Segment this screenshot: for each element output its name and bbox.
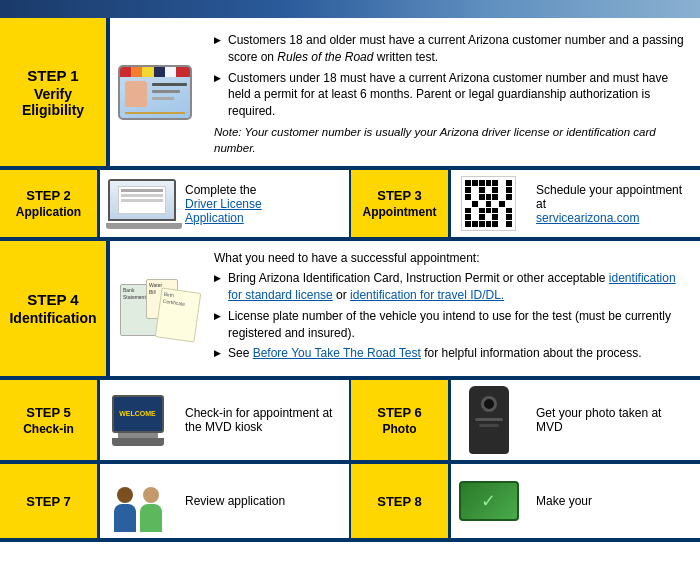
kiosk-welcome-text: WELCOME <box>119 410 156 417</box>
step8-content: Make your <box>526 464 700 538</box>
qr-c <box>486 194 492 200</box>
step1-content: Customers 18 and older must have a curre… <box>200 18 700 166</box>
step5-icon: WELCOME <box>100 380 175 460</box>
step5-label: STEP 5 Check-in <box>0 380 100 460</box>
qr-c <box>465 187 471 193</box>
qr-c <box>479 180 485 186</box>
step4-link3[interactable]: Before You Take The Road Test <box>253 346 421 360</box>
laptop-base <box>106 223 182 229</box>
qr-c <box>486 201 492 207</box>
step4-label: STEP 4 Identification <box>0 241 110 376</box>
qr-c <box>472 208 478 214</box>
qr-c <box>506 180 512 186</box>
qr-c <box>499 221 505 227</box>
qr-c <box>492 180 498 186</box>
qr-c <box>499 194 505 200</box>
id-bottom <box>125 112 185 114</box>
doc3: BirthCertificate <box>155 288 202 343</box>
step3-title: Appointment <box>363 205 437 219</box>
step4-icon-area: BankStatement WaterBill BirthCertificate <box>110 241 200 376</box>
doc3-text: BirthCertificate <box>160 289 200 312</box>
qr-code-icon <box>461 176 516 231</box>
qr-c <box>472 214 478 220</box>
kiosk-icon: WELCOME <box>112 395 164 446</box>
step1-note: Note: Your customer number is usually yo… <box>214 124 686 156</box>
step2-number: STEP 2 <box>26 188 71 203</box>
top-strip <box>0 0 700 18</box>
step6-col: STEP 6 Photo Get your photo taken at MVD <box>351 380 700 460</box>
laptop-line3 <box>121 199 163 202</box>
card-checkmark: ✓ <box>481 490 496 512</box>
id-line2 <box>152 90 180 93</box>
qr-c <box>479 208 485 214</box>
step2-link[interactable]: Driver LicenseApplication <box>185 197 339 225</box>
person1-body <box>114 504 136 532</box>
step1-row: STEP 1 VerifyEligibility Customers 18 an… <box>0 18 700 170</box>
qr-c <box>492 194 498 200</box>
step4-number: STEP 4 <box>27 291 78 308</box>
qr-c <box>499 180 505 186</box>
step3-col: STEP 3 Appointment Sc <box>351 170 700 237</box>
camera-icon <box>469 386 509 454</box>
qr-c <box>479 194 485 200</box>
step3-desc: Schedule your appointment at <box>536 183 690 211</box>
step2-col: STEP 2 Application Complete <box>0 170 351 237</box>
step4-bullet1: Bring Arizona Identification Card, Instr… <box>214 270 686 304</box>
step7-col: STEP 7 Review application <box>0 464 351 538</box>
qr-c <box>506 201 512 207</box>
laptop-line1 <box>121 189 163 192</box>
step6-title: Photo <box>383 422 417 436</box>
qr-c <box>465 208 471 214</box>
step5-number: STEP 5 <box>26 405 71 420</box>
qr-c <box>506 214 512 220</box>
step8-label: STEP 8 <box>351 464 451 538</box>
qr-c <box>465 180 471 186</box>
qr-c <box>472 201 478 207</box>
qr-c <box>499 187 505 193</box>
laptop-icon <box>106 179 169 229</box>
id-line1 <box>152 83 187 86</box>
step1-b1-italic: Rules of the Road <box>277 50 373 64</box>
kiosk-base <box>112 438 164 446</box>
qr-c <box>465 221 471 227</box>
qr-c <box>492 214 498 220</box>
step3-link[interactable]: servicearizona.com <box>536 211 690 225</box>
step4-b3-pre: See <box>228 346 253 360</box>
id-photo <box>125 81 147 107</box>
qr-c <box>492 208 498 214</box>
step4-link2[interactable]: identification for travel ID/DL. <box>350 288 504 302</box>
step5-step6-row: STEP 5 Check-in WELCOME Check-in for app… <box>0 380 700 464</box>
camera-detail2 <box>479 424 499 427</box>
camera-detail1 <box>475 418 503 421</box>
docs-icon: BankStatement WaterBill BirthCertificate <box>118 276 192 341</box>
camera-lens <box>481 396 497 412</box>
step8-number: STEP 8 <box>377 494 422 509</box>
laptop-screen-content <box>118 186 166 214</box>
person1 <box>114 487 136 532</box>
laptop-screen-bg <box>110 181 174 219</box>
qr-c <box>499 208 505 214</box>
step6-content: Get your photo taken at MVD <box>526 380 700 460</box>
step1-bullet1: Customers 18 and older must have a curre… <box>214 32 686 66</box>
step4-intro: What you need to have a successful appoi… <box>214 251 686 265</box>
id-flag <box>120 67 190 77</box>
step2-step3-row: STEP 2 Application Complete <box>0 170 700 241</box>
qr-c <box>506 187 512 193</box>
step4-row: STEP 4 Identification BankStatement Wate… <box>0 241 700 380</box>
qr-c <box>499 214 505 220</box>
qr-c <box>479 214 485 220</box>
step4-content: What you need to have a successful appoi… <box>200 241 700 376</box>
qr-c <box>506 208 512 214</box>
person2 <box>140 487 162 532</box>
step7-number: STEP 7 <box>26 494 71 509</box>
step1-number: STEP 1 <box>27 67 78 84</box>
kiosk-screen: WELCOME <box>112 395 164 433</box>
laptop-line2 <box>121 194 163 197</box>
step1-label: STEP 1 VerifyEligibility <box>0 18 110 166</box>
step4-b1-or: or <box>333 288 350 302</box>
step1-icon-area <box>110 18 200 166</box>
qr-c <box>472 187 478 193</box>
qr-c <box>465 201 471 207</box>
qr-c <box>465 194 471 200</box>
step5-desc: Check-in for appointment at the MVD kios… <box>185 406 339 434</box>
